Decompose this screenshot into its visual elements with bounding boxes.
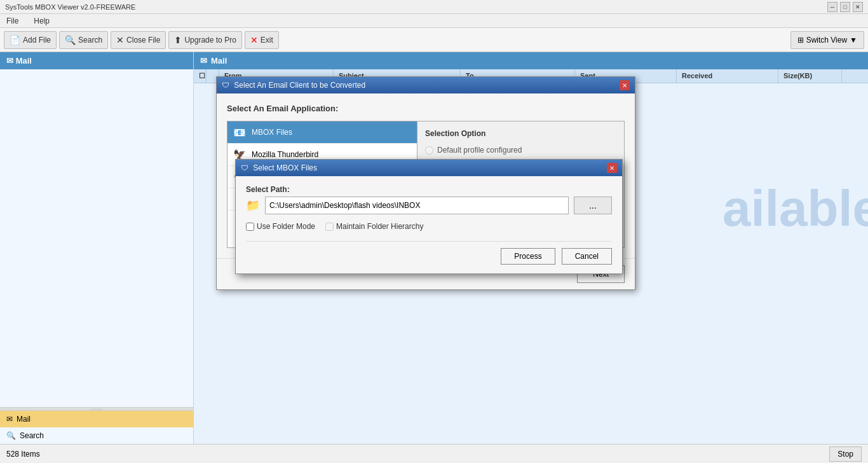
sidebar-header-label: Mail [16,56,32,66]
add-file-button[interactable]: 📄 Add File [4,31,57,49]
sidebar-header: ✉ Mail [0,52,193,69]
menu-help[interactable]: Help [30,15,53,27]
exit-icon: ✕ [250,35,258,45]
maintain-hierarchy-checkbox[interactable] [325,223,334,231]
process-button[interactable]: Process [501,248,555,265]
sidebar-content [0,69,193,407]
sidebar-header-icon: ✉ [6,56,13,66]
sidebar-mail-label: Mail [17,415,31,424]
path-input[interactable] [265,197,569,214]
mbox-icon: 📧 [233,125,247,139]
search-label: Search [78,36,102,45]
big-text-watermark: ailable [722,179,868,238]
close-file-label: Close File [126,36,160,45]
col-check: ☐ [194,69,207,83]
radio-default-profile: Default profile configured [425,146,616,155]
col-size: Size(KB) [778,69,842,83]
close-file-button[interactable]: ✕ Close File [111,31,166,49]
add-file-label: Add File [23,36,51,45]
maintain-hierarchy-label: Maintain Folder Hierarchy [325,222,423,231]
mail-icon: ✉ [6,415,13,424]
content-header-label: Mail [211,56,227,66]
close-btn[interactable]: ✕ [853,2,863,12]
use-folder-mode-text: Use Folder Mode [257,222,315,231]
exit-button[interactable]: ✕ Exit [245,31,279,49]
status-bar: 528 Items Stop [0,444,868,463]
app-list-item-mbox[interactable]: 📧 MBOX Files [227,121,417,144]
switch-view-label: Switch View [806,36,847,45]
switch-view-icon: ⊞ [797,36,804,45]
radio-label-default: Default profile configured [437,146,522,155]
sidebar-footer: ✉ Mail 🔍 Search [0,411,193,444]
status-bar-right: Stop [829,446,862,462]
dialog-mbox-title-icon: 🛡 [241,163,248,172]
col-received: Received [677,69,778,83]
dialog-mbox[interactable]: 🛡 Select MBOX Files ✕ Select Path: 📁 ...… [235,159,623,274]
use-folder-mode-checkbox[interactable] [246,223,254,231]
dialog-email-client-title: Select An Email Client to be Converted [234,81,365,90]
dialog-mbox-body: Select Path: 📁 ... Use Folder Mode Maint… [236,176,622,273]
dialog-title-icon: 🛡 [222,81,229,90]
toolbar: 📄 Add File 🔍 Search ✕ Close File ⬆ Upgra… [0,28,868,52]
search-button[interactable]: 🔍 Search [59,31,108,49]
search-nav-icon: 🔍 [6,431,16,440]
browse-button[interactable]: ... [574,197,612,214]
close-file-icon: ✕ [116,35,124,45]
minimize-btn[interactable]: ─ [827,2,837,12]
stop-button[interactable]: Stop [829,446,862,462]
dialog-mbox-title: Select MBOX Files [253,163,317,172]
selection-panel-title: Selection Option [425,129,616,138]
search-icon: 🔍 [65,35,76,45]
path-row: 📁 ... [246,197,612,214]
dialog-email-client-close[interactable]: ✕ [620,80,630,90]
add-file-icon: 📄 [10,35,20,45]
upgrade-button[interactable]: ⬆ Upgrade to Pro [168,31,241,49]
items-count: 528 Items [6,450,40,459]
menu-bar: File Help [0,14,868,28]
menu-file[interactable]: File [3,15,22,27]
folder-icon: 📁 [246,198,260,212]
content-header-icon: ✉ [200,56,207,66]
switch-view-arrow: ▼ [850,36,857,45]
switch-view-button[interactable]: ⊞ Switch View ▼ [790,31,864,49]
options-row: Use Folder Mode Maintain Folder Hierarch… [246,222,612,231]
upgrade-label: Upgrade to Pro [184,36,236,45]
maximize-btn[interactable]: □ [840,2,850,12]
maintain-hierarchy-text: Maintain Folder Hierarchy [336,222,423,231]
dialog-mbox-title-left: 🛡 Select MBOX Files [241,163,317,172]
dialog-section-title: Select An Email Application: [227,104,625,113]
sidebar-search-label: Search [20,431,44,440]
dialog-email-client-title-bar: 🛡 Select An Email Client to be Converted… [217,77,635,93]
app-title: SysTools MBOX Viewer v2.0-FREEWARE [5,3,135,11]
dialog-title-left: 🛡 Select An Email Client to be Converted [222,81,365,90]
radio-input-default[interactable] [425,146,433,155]
upgrade-icon: ⬆ [174,35,182,45]
exit-label: Exit [261,36,273,45]
app-thunderbird-label: Mozilla Thunderbird [252,150,318,159]
dialog-mbox-title-bar: 🛡 Select MBOX Files ✕ [236,160,622,176]
sidebar-item-mail[interactable]: ✉ Mail [0,411,193,427]
mbox-footer: Process Cancel [246,241,612,265]
content-header: ✉ Mail [194,52,868,69]
sidebar-item-search[interactable]: 🔍 Search [0,427,193,444]
app-mbox-label: MBOX Files [252,128,292,137]
title-bar: SysTools MBOX Viewer v2.0-FREEWARE ─ □ ✕ [0,0,868,14]
use-folder-mode-label: Use Folder Mode [246,222,315,231]
sidebar: ✉ Mail ········ ✉ Mail 🔍 Search [0,52,194,444]
cancel-button[interactable]: Cancel [562,248,612,265]
window-controls: ─ □ ✕ [827,2,863,12]
dialog-mbox-close[interactable]: ✕ [607,163,617,173]
path-label: Select Path: [246,185,612,194]
